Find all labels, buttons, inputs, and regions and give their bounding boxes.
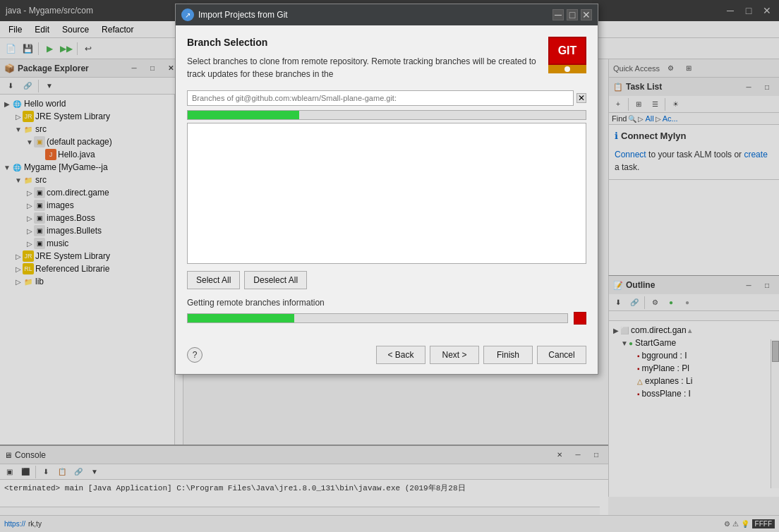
select-deselect-row: Select All Deselect All [187, 271, 586, 289]
progress-bar-fill [188, 111, 299, 119]
main-progress-bar [187, 313, 568, 323]
status-info-text: Getting remote branches information [187, 298, 325, 308]
section-title: Branch Selection [187, 37, 537, 48]
import-icon-symbol: ↗ [185, 11, 191, 19]
git-dot [564, 66, 570, 72]
select-all-button[interactable]: Select All [187, 271, 240, 289]
modal-text-area: Branch Selection Select branches to clon… [187, 37, 586, 80]
git-badge-text: GIT [558, 44, 577, 57]
deselect-all-button[interactable]: Deselect All [244, 271, 307, 289]
git-badge-bottom [548, 65, 586, 73]
progress-cancel-button[interactable] [574, 312, 586, 325]
next-button[interactable]: Next > [430, 346, 479, 364]
git-import-icon: ↗ [181, 8, 194, 21]
modal-minimize[interactable]: ─ [552, 9, 564, 20]
main-progress-fill [188, 314, 294, 322]
cancel-button[interactable]: Cancel [537, 346, 586, 364]
status-info-row: Getting remote branches information [187, 298, 586, 308]
modal-description: Select branches to clone from remote rep… [187, 55, 537, 80]
branch-list[interactable] [187, 123, 586, 264]
branch-search-row: ✕ [187, 90, 586, 106]
search-clear-btn[interactable]: ✕ [576, 93, 586, 103]
progress-row [187, 312, 586, 325]
modal-footer: ? < Back Next > Finish Cancel [176, 339, 598, 374]
git-badge: GIT [548, 37, 586, 65]
modal-body: GIT Branch Selection Select branches to … [176, 25, 598, 339]
modal-title-controls: ─ □ ✕ [552, 9, 592, 20]
modal-close[interactable]: ✕ [581, 9, 592, 20]
finish-button[interactable]: Finish [483, 346, 533, 364]
back-button[interactable]: < Back [376, 346, 425, 364]
modal-title-bar: ↗ Import Projects from Git ─ □ ✕ [176, 4, 598, 25]
git-badge-container: GIT [548, 37, 586, 73]
modal-title: Import Projects from Git [198, 10, 552, 20]
modal-maximize[interactable]: □ [567, 9, 578, 20]
help-icon: ? [193, 350, 198, 360]
modal-header-area: GIT Branch Selection Select branches to … [187, 37, 586, 80]
branch-search-input[interactable] [187, 90, 574, 106]
search-progress-bar [187, 110, 586, 120]
help-button[interactable]: ? [187, 347, 203, 363]
import-git-dialog: ↗ Import Projects from Git ─ □ ✕ GIT Bra… [175, 4, 598, 375]
